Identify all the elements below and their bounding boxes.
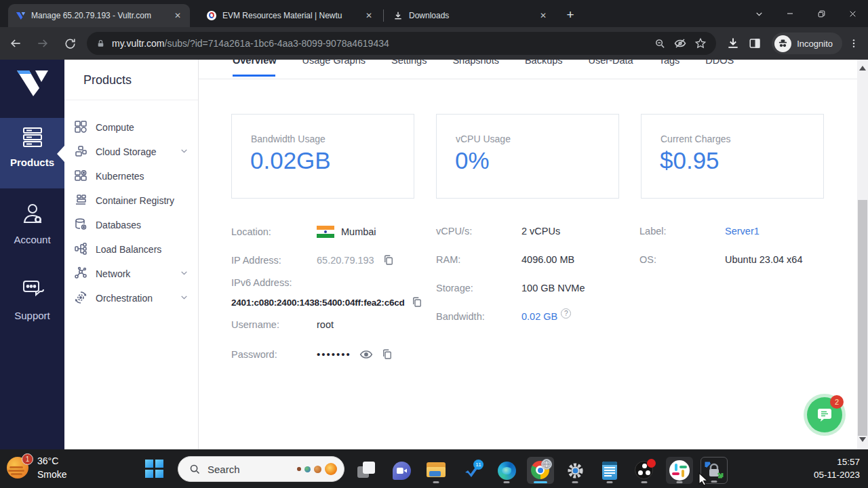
tab-close-icon[interactable]: ✕ bbox=[172, 10, 183, 21]
scroll-down-arrow-icon[interactable] bbox=[859, 437, 866, 442]
tab-settings[interactable]: Settings bbox=[391, 60, 427, 66]
menu-item-network[interactable]: Network bbox=[64, 262, 198, 286]
chevron-down-icon bbox=[180, 268, 189, 279]
chat-unread-badge: 2 bbox=[830, 395, 844, 409]
chrome-button[interactable] bbox=[527, 457, 554, 484]
incognito-chip[interactable]: Incognito bbox=[772, 33, 842, 54]
taskbar: 1 36°C Smoke Search bbox=[0, 449, 868, 488]
zoom-icon[interactable] bbox=[650, 33, 670, 54]
load-balancers-icon bbox=[74, 242, 87, 258]
windows11-check-button[interactable]: 11 bbox=[459, 457, 486, 484]
detail-vcpus: vCPU/s: 2 vCPUs bbox=[436, 226, 560, 237]
task-view-button[interactable] bbox=[353, 457, 380, 484]
help-icon[interactable]: ? bbox=[561, 308, 571, 319]
tab-tags[interactable]: Tags bbox=[659, 60, 680, 66]
downloads-icon[interactable] bbox=[723, 33, 743, 54]
menu-item-label: Kubernetes bbox=[96, 171, 144, 182]
bookmark-star-icon[interactable] bbox=[690, 33, 711, 54]
detail-label: IPv6 Address: bbox=[231, 277, 292, 288]
slack-button[interactable] bbox=[666, 457, 693, 484]
scroll-up-arrow-icon[interactable] bbox=[859, 66, 866, 70]
tab-overview[interactable]: Overview bbox=[233, 60, 277, 66]
forward-icon[interactable] bbox=[31, 32, 54, 55]
detail-label: Bandwidth: bbox=[436, 311, 521, 322]
taskbar-clock[interactable]: 15:57 05-11-2023 bbox=[814, 455, 860, 481]
edge-button[interactable] bbox=[493, 457, 520, 484]
reload-icon[interactable] bbox=[58, 32, 81, 55]
weather-widget[interactable]: 1 36°C Smoke bbox=[7, 454, 67, 481]
rail-label: Products bbox=[10, 157, 54, 168]
search-icon bbox=[189, 464, 201, 475]
weather-temp: 36°C bbox=[37, 454, 67, 468]
scrollbar-thumb[interactable] bbox=[858, 200, 867, 436]
clock-date: 05-11-2023 bbox=[814, 468, 860, 481]
lock-icon bbox=[96, 39, 105, 48]
chevron-down-icon bbox=[180, 146, 189, 157]
menu-item-cloud-storage[interactable]: Cloud Storage bbox=[64, 140, 198, 164]
browser-tab-evm[interactable]: EVM Resources Material | Newtu ✕ bbox=[199, 4, 381, 27]
tab-user-data[interactable]: User-Data bbox=[589, 60, 633, 66]
settings-button[interactable] bbox=[561, 457, 589, 484]
server-label-link[interactable]: Server1 bbox=[725, 226, 760, 237]
vultr-page: Products Account Support Products Comput… bbox=[0, 60, 868, 449]
tab-snapshots[interactable]: Snapshots bbox=[452, 60, 499, 66]
detail-storage: Storage: 100 GB NVMe bbox=[436, 283, 585, 293]
notepad-button[interactable] bbox=[596, 457, 623, 484]
detail-label: RAM: bbox=[436, 254, 521, 265]
submenu-title: Products bbox=[64, 60, 198, 100]
menu-item-load-balancers[interactable]: Load Balancers bbox=[64, 237, 198, 262]
chat-app-button[interactable] bbox=[388, 457, 415, 484]
side-panel-icon[interactable] bbox=[745, 33, 765, 54]
browser-tab-downloads[interactable]: Downloads ✕ bbox=[386, 4, 555, 27]
file-explorer-button[interactable] bbox=[422, 457, 450, 484]
tab-divider bbox=[383, 9, 384, 22]
taskbar-search[interactable]: Search bbox=[178, 456, 344, 482]
page-scrollbar[interactable] bbox=[857, 60, 868, 449]
new-tab-button[interactable]: + bbox=[561, 5, 580, 24]
browser-tab-vultr[interactable]: Manage 65.20.79.193 - Vultr.com ✕ bbox=[8, 4, 190, 27]
bandwidth-link[interactable]: 0.02 GB bbox=[521, 311, 557, 322]
tab-close-icon[interactable]: ✕ bbox=[363, 10, 374, 21]
menu-item-label: Container Registry bbox=[96, 195, 174, 206]
tab-search-chevron-icon[interactable] bbox=[743, 0, 774, 27]
rail-item-account[interactable]: Account bbox=[0, 202, 64, 245]
tab-backups[interactable]: Backups bbox=[525, 60, 563, 66]
detail-server-label: Label: Server1 bbox=[639, 226, 760, 237]
rail-item-support[interactable]: Support bbox=[0, 278, 64, 321]
menu-item-compute[interactable]: Compute bbox=[64, 115, 198, 140]
container-registry-icon bbox=[74, 193, 87, 209]
kebab-menu-icon[interactable] bbox=[844, 33, 864, 54]
card-value: 0.02GB bbox=[250, 147, 331, 174]
incognito-icon bbox=[774, 35, 791, 52]
menu-item-label: Databases bbox=[96, 220, 141, 230]
back-icon[interactable] bbox=[4, 32, 27, 55]
card-current-charges: Current Charges $0.95 bbox=[641, 114, 824, 199]
vultr-logo-icon[interactable] bbox=[15, 66, 50, 100]
copy-icon[interactable] bbox=[411, 296, 423, 308]
kubernetes-icon bbox=[74, 169, 87, 184]
show-password-eye-icon[interactable] bbox=[359, 348, 373, 361]
address-bar[interactable]: my.vultr.com/subs/?id=714a261a-1bc6-4aa3… bbox=[87, 32, 716, 55]
copy-icon[interactable] bbox=[381, 348, 393, 361]
tab-usage-graphs[interactable]: Usage Graphs bbox=[302, 60, 366, 66]
tab-title: Downloads bbox=[409, 11, 532, 20]
close-window-button[interactable] bbox=[837, 0, 868, 27]
restore-button[interactable] bbox=[806, 0, 837, 27]
start-button[interactable] bbox=[145, 460, 163, 478]
menu-item-databases[interactable]: Databases bbox=[64, 213, 198, 237]
copy-icon[interactable] bbox=[382, 254, 395, 266]
menu-item-container-registry[interactable]: Container Registry bbox=[64, 188, 198, 213]
tab-ddos[interactable]: DDOS bbox=[705, 60, 734, 66]
tab-close-icon[interactable]: ✕ bbox=[538, 10, 549, 21]
card-title: Bandwidth Usage bbox=[251, 134, 326, 144]
obs-button[interactable] bbox=[631, 457, 658, 484]
minimize-button[interactable] bbox=[774, 0, 806, 27]
download-favicon-icon bbox=[393, 10, 403, 21]
detail-value: 2 vCPUs bbox=[521, 226, 560, 237]
menu-item-kubernetes[interactable]: Kubernetes bbox=[64, 164, 198, 188]
menu-item-orchestration[interactable]: Orchestration bbox=[64, 286, 198, 310]
tab-title: Manage 65.20.79.193 - Vultr.com bbox=[31, 11, 167, 20]
weather-haze-icon: 1 bbox=[7, 455, 31, 480]
rail-item-products[interactable]: Products bbox=[0, 126, 64, 168]
eye-blocked-icon[interactable] bbox=[670, 33, 690, 54]
